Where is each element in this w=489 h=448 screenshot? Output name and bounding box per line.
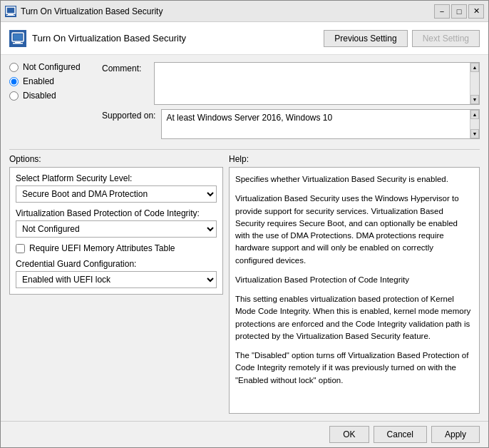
uefi-checkbox[interactable] xyxy=(16,244,25,253)
dialog-title: Turn On Virtualization Based Security xyxy=(32,33,186,44)
dialog-header: Turn On Virtualization Based Security Pr… xyxy=(1,22,488,55)
column-headers: Options: Help: xyxy=(9,154,480,164)
svg-rect-5 xyxy=(13,43,23,44)
dialog-body: Not Configured Enabled Disabled Comment: xyxy=(1,55,488,421)
help-panel: Specifies whether Virtualization Based S… xyxy=(229,167,480,414)
ok-button[interactable]: OK xyxy=(329,426,369,443)
previous-setting-button[interactable]: Previous Setting xyxy=(324,30,407,47)
footer: OK Cancel Apply xyxy=(1,421,488,447)
vbs-select[interactable]: Not Configured Enabled without lock Enab… xyxy=(16,220,217,238)
apply-button[interactable]: Apply xyxy=(431,426,480,443)
comment-scroll-up[interactable]: ▲ xyxy=(470,63,479,72)
supported-value: At least Windows Server 2016, Windows 10 xyxy=(162,110,470,138)
supported-label: Supported on: xyxy=(102,109,155,121)
title-bar-buttons: − □ ✕ xyxy=(434,4,484,19)
help-header: Help: xyxy=(229,154,480,164)
svg-rect-2 xyxy=(6,15,15,16)
right-panels: Comment: ▲ ▼ Supported on: xyxy=(102,62,480,139)
help-title: Help: xyxy=(229,154,249,164)
svg-rect-6 xyxy=(14,34,22,40)
comment-scrollbar: ▲ ▼ xyxy=(470,63,479,104)
options-panel: Select Platform Security Level: Secure B… xyxy=(9,167,223,295)
radio-enabled-input[interactable] xyxy=(9,77,19,86)
divider xyxy=(9,149,480,150)
options-header: Options: xyxy=(9,154,223,164)
vbs-group: Virtualization Based Protection of Code … xyxy=(16,208,217,238)
radio-not-configured-label: Not Configured xyxy=(23,62,81,72)
radio-disabled-input[interactable] xyxy=(9,91,19,101)
supported-scrollbar: ▲ ▼ xyxy=(470,110,479,138)
radio-disabled[interactable]: Disabled xyxy=(9,91,95,101)
comment-textarea[interactable] xyxy=(155,63,470,104)
vbs-label: Virtualization Based Protection of Code … xyxy=(16,208,217,218)
header-buttons: Previous Setting Next Setting xyxy=(324,30,480,47)
help-para-2: Virtualization Based Security uses the W… xyxy=(235,193,473,267)
platform-group: Select Platform Security Level: Secure B… xyxy=(16,173,217,203)
radio-disabled-label: Disabled xyxy=(23,91,56,101)
credential-group: Credential Guard Configuration: Disabled… xyxy=(16,259,217,288)
help-para-4: This setting enables virtualization base… xyxy=(235,293,473,342)
supported-box: At least Windows Server 2016, Windows 10… xyxy=(161,109,480,139)
help-para-1: Specifies whether Virtualization Based S… xyxy=(235,173,473,185)
svg-rect-0 xyxy=(6,7,15,14)
platform-label: Select Platform Security Level: xyxy=(16,173,217,183)
comment-scroll-down[interactable]: ▼ xyxy=(470,95,479,104)
close-button[interactable]: ✕ xyxy=(468,4,484,19)
uefi-checkbox-item[interactable]: Require UEFI Memory Attributes Table xyxy=(16,243,217,253)
cancel-button[interactable]: Cancel xyxy=(374,426,427,443)
comment-label: Comment: xyxy=(102,62,148,73)
radio-not-configured[interactable]: Not Configured xyxy=(9,62,95,72)
credential-select[interactable]: Disabled Enabled without lock Enabled wi… xyxy=(16,271,217,288)
uefi-checkbox-label: Require UEFI Memory Attributes Table xyxy=(29,243,175,253)
dialog-header-left: Turn On Virtualization Based Security xyxy=(9,30,186,47)
comment-section: Comment: ▲ ▼ xyxy=(102,62,480,105)
radio-not-configured-input[interactable] xyxy=(9,63,19,72)
title-bar: Turn On Virtualization Based Security − … xyxy=(1,1,488,22)
window-icon xyxy=(5,6,16,17)
options-col: Select Platform Security Level: Secure B… xyxy=(9,167,223,414)
dialog-icon xyxy=(9,30,26,47)
main-window: Turn On Virtualization Based Security − … xyxy=(0,0,489,448)
supported-section: Supported on: At least Windows Server 20… xyxy=(102,109,480,139)
maximize-button[interactable]: □ xyxy=(451,4,467,19)
help-para-5: The "Disabled" option turns off Virtuali… xyxy=(235,350,473,387)
supported-scroll-down[interactable]: ▼ xyxy=(470,129,479,138)
radio-group: Not Configured Enabled Disabled xyxy=(9,62,95,139)
radio-enabled[interactable]: Enabled xyxy=(9,76,95,86)
bottom-panels: Select Platform Security Level: Secure B… xyxy=(9,167,480,414)
next-setting-button[interactable]: Next Setting xyxy=(412,30,480,47)
top-section: Not Configured Enabled Disabled Comment: xyxy=(9,62,480,139)
comment-box: ▲ ▼ xyxy=(154,62,480,105)
options-title: Options: xyxy=(9,154,41,164)
platform-select[interactable]: Secure Boot only Secure Boot and DMA Pro… xyxy=(16,185,217,203)
help-para-3: Virtualization Based Protection of Code … xyxy=(235,274,473,286)
comment-inner xyxy=(155,63,470,104)
supported-scroll-up[interactable]: ▲ xyxy=(470,110,479,119)
radio-enabled-label: Enabled xyxy=(23,76,54,86)
title-bar-text: Turn On Virtualization Based Security xyxy=(21,6,434,16)
minimize-button[interactable]: − xyxy=(434,4,450,19)
help-col: Specifies whether Virtualization Based S… xyxy=(229,167,480,414)
credential-label: Credential Guard Configuration: xyxy=(16,259,217,269)
